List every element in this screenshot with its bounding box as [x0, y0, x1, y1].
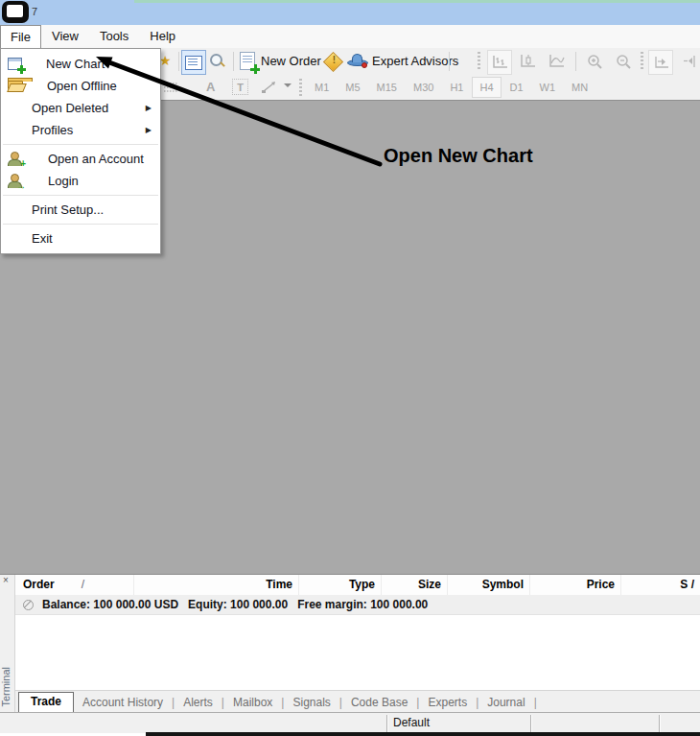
background-window-edge [146, 732, 700, 736]
file-dropdown-menu: New Chart Open Offline Open Deleted ▶ Pr… [0, 48, 161, 254]
toolbar-drag-handle[interactable] [478, 52, 480, 71]
open-folder-icon [8, 81, 23, 91]
toolbar-separator [233, 52, 234, 71]
timeframe-d1[interactable]: D1 [502, 77, 531, 98]
tab-alerts[interactable]: Alerts [175, 696, 222, 709]
candlestick-icon [519, 54, 536, 69]
titlebar-top-strip [134, 0, 700, 3]
magnifier-clock-icon [210, 54, 225, 69]
tester-button[interactable] [206, 50, 229, 73]
tab-account-history[interactable]: Account History [74, 696, 172, 709]
menu-item-label: Login [48, 174, 79, 188]
close-icon[interactable]: × [3, 576, 9, 585]
timeframe-w1[interactable]: W1 [532, 77, 564, 98]
terminal-panel: × Terminal Order/ Time Type Size Symbol … [0, 574, 700, 712]
title-bar: 7 [0, 0, 700, 25]
menu-bar: File View Tools Help [0, 25, 700, 49]
profile-indicator[interactable]: Default [393, 716, 430, 729]
auto-scroll-button[interactable] [677, 50, 700, 73]
menu-help[interactable]: Help [139, 25, 186, 48]
chart-shift-icon [653, 55, 669, 70]
menu-item-profiles[interactable]: Profiles ▶ [1, 119, 160, 141]
bar-chart-icon [491, 55, 508, 70]
line-chart-button[interactable] [545, 50, 568, 73]
menu-item-exit[interactable]: Exit [1, 227, 160, 249]
tab-trade[interactable]: Trade [18, 692, 74, 713]
chart-shift-button[interactable] [648, 50, 673, 75]
grid-icon[interactable] [163, 83, 178, 93]
annotation-text: Open New Chart [384, 145, 533, 167]
chevron-down-icon[interactable] [284, 83, 292, 87]
menu-item-label: Exit [32, 231, 53, 246]
submenu-arrow-icon: ▶ [146, 126, 152, 134]
terminal-side-label: Terminal [0, 667, 14, 707]
statusbar-separator [386, 715, 387, 732]
expert-advisors-button[interactable]: Expert Advisors [372, 54, 458, 68]
menu-item-open-offline[interactable]: Open Offline [1, 75, 160, 97]
balance-status-icon [23, 600, 34, 610]
column-header-sl[interactable]: S / [621, 575, 700, 595]
menu-item-label: Open an Account [48, 152, 144, 166]
menu-item-login[interactable]: → Login [1, 170, 160, 192]
status-bar: Default [0, 712, 700, 733]
column-header-time[interactable]: Time [134, 575, 299, 595]
orders-table-header: Order/ Time Type Size Symbol Price S / [15, 575, 700, 596]
tab-mailbox[interactable]: Mailbox [224, 696, 281, 709]
terminal-tabs: Trade Account History| Alerts| Mailbox| … [15, 690, 700, 713]
timeframe-m30[interactable]: M30 [406, 77, 441, 98]
zoom-in-icon [587, 54, 603, 70]
timeframe-m1[interactable]: M1 [307, 77, 337, 98]
charts-list-button[interactable] [181, 50, 206, 75]
balance-value: Balance: 100 000.00 USD [42, 598, 178, 611]
window-list-icon [185, 56, 202, 70]
toolbar-drag-handle[interactable] [641, 52, 643, 71]
menu-item-new-chart[interactable]: New Chart [1, 53, 160, 75]
timeframe-toolbar: M1 M5 M15 M30 H1 H4 D1 W1 MN [307, 75, 596, 100]
app-window-icon [2, 1, 29, 23]
tab-journal[interactable]: Journal [478, 696, 533, 709]
menu-item-print-setup[interactable]: Print Setup... [1, 199, 160, 221]
timeframe-mn[interactable]: MN [564, 77, 595, 98]
menu-separator [3, 224, 158, 225]
candlestick-chart-button[interactable] [516, 50, 539, 73]
tab-signals[interactable]: Signals [284, 696, 338, 709]
timeframe-h4[interactable]: H4 [472, 77, 501, 98]
new-order-button[interactable]: New Order [261, 54, 321, 68]
column-header-price[interactable]: Price [530, 575, 621, 595]
menu-separator [3, 144, 158, 145]
menu-view[interactable]: View [41, 25, 89, 48]
menu-item-label: Profiles [32, 123, 73, 137]
bar-chart-button[interactable] [487, 50, 512, 75]
column-header-type[interactable]: Type [299, 575, 382, 595]
menu-tools[interactable]: Tools [89, 25, 139, 48]
arrows-tool-icon[interactable] [261, 81, 276, 94]
zoom-out-button[interactable] [612, 50, 635, 73]
timeframe-m15[interactable]: M15 [369, 77, 405, 98]
menu-item-open-account[interactable]: + Open an Account [1, 148, 160, 170]
toolbar-separator [575, 52, 576, 71]
menu-file[interactable]: File [0, 25, 41, 49]
expert-advisors-icon[interactable] [347, 54, 368, 68]
tab-experts[interactable]: Experts [419, 696, 476, 709]
toolbar-drag-handle[interactable] [299, 79, 302, 98]
menu-item-label: Open Offline [47, 79, 117, 93]
column-header-symbol[interactable]: Symbol [448, 575, 530, 595]
person-login-icon: → [8, 174, 24, 188]
zoom-out-icon [616, 54, 632, 70]
timeframe-h1[interactable]: H1 [442, 77, 471, 98]
new-order-icon[interactable] [240, 52, 255, 70]
menu-item-open-deleted[interactable]: Open Deleted ▶ [1, 97, 160, 119]
column-header-size[interactable]: Size [382, 575, 448, 595]
tab-code-base[interactable]: Code Base [342, 696, 416, 709]
window-title: 7 [32, 6, 37, 17]
timeframe-m5[interactable]: M5 [338, 77, 367, 98]
submenu-arrow-icon: ▶ [146, 104, 152, 112]
text-label-icon[interactable]: T [232, 79, 248, 95]
menu-separator [3, 195, 158, 196]
statusbar-separator [659, 715, 660, 732]
text-a-icon[interactable]: A [206, 80, 215, 94]
warning-diamond-icon[interactable] [323, 52, 343, 72]
column-header-order[interactable]: Order/ [15, 575, 134, 595]
auto-scroll-icon [681, 54, 697, 69]
zoom-in-button[interactable] [583, 50, 606, 73]
